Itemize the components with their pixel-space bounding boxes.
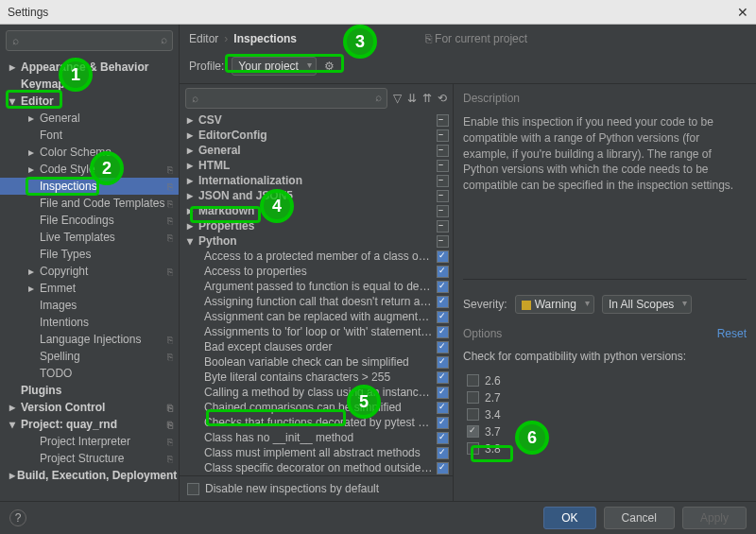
disable-new-label: Disable new inspections by default	[205, 482, 379, 495]
profile-gear-icon[interactable]: ⚙	[324, 60, 335, 73]
expand-all-icon[interactable]: ⇊	[407, 92, 417, 105]
version-checkbox[interactable]	[467, 442, 479, 455]
inspection-tree: ▸CSV▸EditorConfig▸General▸HTML▸Internati…	[180, 112, 453, 475]
insp-cat-csv[interactable]: ▸CSV	[180, 112, 453, 128]
sidebar-item-editor[interactable]: ▾Editor	[0, 93, 179, 110]
button-bar: ? OK Cancel Apply	[0, 501, 756, 534]
insp-item[interactable]: Assignment can be replaced with augmente…	[180, 309, 453, 324]
disable-new-inspections-row[interactable]: Disable new inspections by default	[180, 475, 453, 501]
options-header: Options Reset	[463, 327, 747, 340]
sidebar-item-spelling[interactable]: Spelling⎘	[0, 348, 179, 365]
sidebar-item-project-structure[interactable]: Project Structure⎘	[0, 450, 179, 467]
sidebar-item-font[interactable]: Font	[0, 127, 179, 144]
sidebar-item-project-interpreter[interactable]: Project Interpreter⎘	[0, 433, 179, 450]
profile-select[interactable]: Your project	[232, 57, 317, 76]
sidebar-item-color-scheme[interactable]: ▸Color Scheme	[0, 144, 179, 161]
insp-item[interactable]: Class has no __init__ method	[180, 430, 453, 445]
inspection-search-input[interactable]: ⌕	[185, 88, 387, 109]
main-panel: Editor › Inspections ⎘ For current proje…	[180, 25, 756, 501]
version-2-6[interactable]: 2.6	[463, 372, 747, 389]
insp-cat-json-and-json5[interactable]: ▸JSON and JSON5	[180, 188, 453, 203]
version-3-4[interactable]: 3.4	[463, 406, 747, 423]
reset-link[interactable]: Reset	[717, 327, 747, 340]
insp-item[interactable]: Chained comparisons can be simplified	[180, 400, 453, 415]
profile-label: Profile:	[189, 60, 224, 73]
insp-item[interactable]: Checks that functions decorated by pytes…	[180, 415, 453, 430]
sidebar-item-intentions[interactable]: Intentions	[0, 314, 179, 331]
sidebar-item-images[interactable]: Images	[0, 297, 179, 314]
sidebar-item-project-quay-rnd[interactable]: ▾Project: quay_rnd⎘	[0, 416, 179, 433]
insp-item[interactable]: Access to a protected member of a class …	[180, 249, 453, 264]
filter-icon[interactable]: ▽	[393, 92, 402, 105]
insp-item[interactable]: Class specific decorator on method outsi…	[180, 460, 453, 475]
version-checkbox[interactable]	[467, 391, 479, 404]
version-checkbox[interactable]	[467, 374, 479, 387]
sidebar-item-general[interactable]: ▸General	[0, 110, 179, 127]
crumb-editor[interactable]: Editor	[189, 32, 218, 45]
insp-item[interactable]: Assigning function call that doesn't ret…	[180, 294, 453, 309]
crumb-inspections: Inspections	[233, 32, 297, 45]
sidebar-item-plugins[interactable]: Plugins	[0, 382, 179, 399]
sidebar-item-file-encodings[interactable]: File Encodings⎘	[0, 212, 179, 229]
insp-item[interactable]: Calling a method by class using an insta…	[180, 385, 453, 400]
insp-item[interactable]: Argument passed to function is equal to …	[180, 279, 453, 294]
sidebar-item-language-injections[interactable]: Language Injections⎘	[0, 331, 179, 348]
ok-button[interactable]: OK	[543, 507, 595, 529]
version-checkbox[interactable]	[467, 408, 479, 421]
insp-cat-general[interactable]: ▸General	[180, 143, 453, 158]
version-2-7[interactable]: 2.7	[463, 389, 747, 406]
panes: ⌕ ▽ ⇊ ⇈ ⟲ ▸CSV▸EditorConfig▸General▸HTML…	[180, 83, 756, 501]
breadcrumb: Editor › Inspections ⎘ For current proje…	[180, 25, 756, 53]
sidebar-item-keymap[interactable]: Keymap	[0, 76, 179, 93]
description-title: Description	[463, 92, 747, 105]
insp-cat-editorconfig[interactable]: ▸EditorConfig	[180, 128, 453, 143]
options-title: Options	[463, 327, 502, 340]
severity-select[interactable]: Warning	[515, 295, 594, 314]
severity-row: Severity: Warning In All Scopes	[463, 295, 747, 314]
description-text: Enable this inspection if you need your …	[463, 114, 747, 194]
window-title: Settings	[8, 6, 48, 19]
sidebar-item-version-control[interactable]: ▸Version Control⎘	[0, 399, 179, 416]
sidebar-item-todo[interactable]: TODO	[0, 365, 179, 382]
project-icon: ⎘	[425, 32, 432, 45]
titlebar: Settings ✕	[0, 0, 756, 25]
insp-cat-html[interactable]: ▸HTML	[180, 158, 453, 173]
help-icon[interactable]: ?	[9, 509, 26, 526]
sidebar-item-file-types[interactable]: File Types	[0, 246, 179, 263]
content: ⌕ ▸Appearance & BehaviorKeymap▾Editor▸Ge…	[0, 25, 756, 501]
inspection-list-pane: ⌕ ▽ ⇊ ⇈ ⟲ ▸CSV▸EditorConfig▸General▸HTML…	[180, 84, 454, 501]
insp-item[interactable]: Bad except clauses order	[180, 339, 453, 354]
scope-select[interactable]: In All Scopes	[602, 295, 692, 314]
reset-icon[interactable]: ⟲	[438, 92, 447, 105]
version-list: 2.62.73.43.73.8	[463, 372, 747, 457]
insp-item[interactable]: Boolean variable check can be simplified	[180, 354, 453, 370]
sidebar-item-copyright[interactable]: ▸Copyright⎘	[0, 263, 179, 280]
collapse-all-icon[interactable]: ⇈	[422, 92, 432, 105]
sidebar-item-live-templates[interactable]: Live Templates⎘	[0, 229, 179, 246]
inspection-toolbar: ⌕ ▽ ⇊ ⇈ ⟲	[180, 84, 453, 112]
version-3-7[interactable]: 3.7	[463, 423, 747, 440]
insp-cat-properties[interactable]: ▸Properties	[180, 218, 453, 233]
close-icon[interactable]: ✕	[737, 5, 748, 20]
sidebar-item-appearance-behavior[interactable]: ▸Appearance & Behavior	[0, 59, 179, 76]
version-3-8[interactable]: 3.8	[463, 440, 747, 457]
sidebar-search-input[interactable]: ⌕	[6, 30, 173, 51]
sidebar-item-inspections[interactable]: Inspections⎘	[0, 178, 179, 195]
version-checkbox[interactable]	[467, 425, 479, 438]
disable-new-checkbox[interactable]	[187, 483, 199, 495]
sidebar-item-emmet[interactable]: ▸Emmet	[0, 280, 179, 297]
insp-item[interactable]: Class must implement all abstract method…	[180, 445, 453, 460]
insp-cat-python[interactable]: ▾Python	[180, 233, 453, 249]
cancel-button[interactable]: Cancel	[604, 507, 675, 529]
inspection-detail-pane: Description Enable this inspection if yo…	[454, 84, 756, 501]
insp-item[interactable]: Access to properties	[180, 264, 453, 279]
insp-item[interactable]: Assignments to 'for' loop or 'with' stat…	[180, 324, 453, 339]
sidebar-item-build-execution-deployment[interactable]: ▸Build, Execution, Deployment	[0, 467, 179, 484]
sidebar-item-code-style[interactable]: ▸Code Style⎘	[0, 161, 179, 178]
options-check-label: Check for compatibility with python vers…	[463, 350, 747, 363]
insp-item[interactable]: Byte literal contains characters > 255	[180, 370, 453, 385]
apply-button[interactable]: Apply	[682, 507, 747, 529]
insp-cat-internationalization[interactable]: ▸Internationalization	[180, 173, 453, 188]
insp-cat-markdown[interactable]: ▸Markdown	[180, 203, 453, 218]
sidebar-item-file-and-code-templates[interactable]: File and Code Templates⎘	[0, 195, 179, 212]
